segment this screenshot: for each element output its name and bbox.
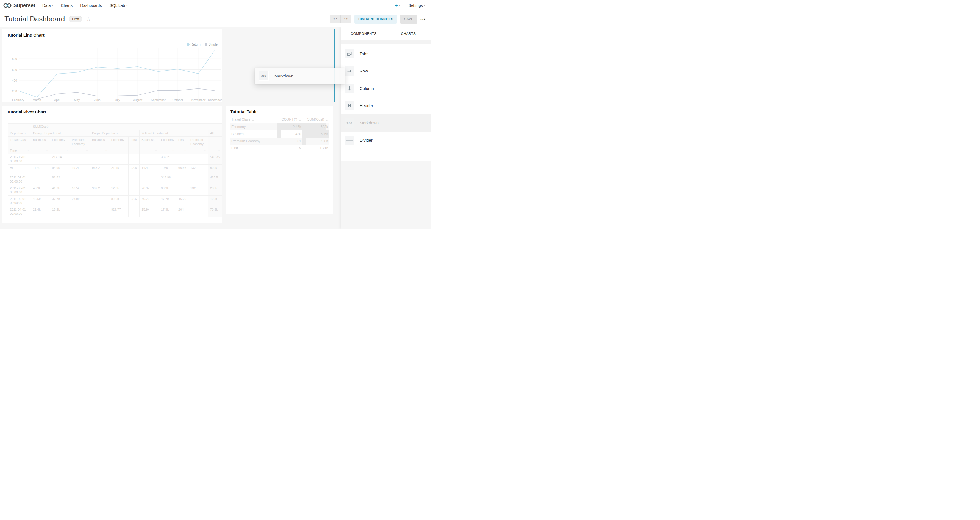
pivot-header-cell[interactable]: ↓↑ <box>177 147 188 154</box>
sort-icon[interactable]: ↓↑ <box>155 149 157 152</box>
component-item-tabs[interactable]: Tabs <box>341 45 431 62</box>
column-header-travel-class[interactable]: Travel Class <box>230 116 277 123</box>
column-header-sum-cost[interactable]: SUM(Cost) <box>302 116 329 123</box>
discard-changes-button[interactable]: DISCARD CHANGES <box>355 15 397 24</box>
pivot-header-cell: Economy <box>159 136 177 147</box>
sort-icon[interactable]: ↓≡ <box>218 149 220 152</box>
pivot-header-cell[interactable]: ↓↑ <box>188 147 208 154</box>
sort-icon[interactable]: ↓↑ <box>172 149 174 152</box>
dragged-component-label: Markdown <box>274 74 293 78</box>
save-button[interactable]: SAVE <box>400 15 417 24</box>
redo-button[interactable]: ↷ <box>340 15 352 23</box>
pivot-header-cell[interactable]: ↓↑ <box>109 147 129 154</box>
sort-icon[interactable]: ↓↑ <box>204 149 206 152</box>
pivot-header-cell[interactable]: ↓↑ <box>140 147 159 154</box>
sort-icon[interactable]: ↓↑ <box>27 149 29 152</box>
favorite-star-icon[interactable]: ☆ <box>86 17 91 22</box>
nav-item-dashboards[interactable]: Dashboards <box>80 3 102 8</box>
dragged-markdown-component[interactable]: </> Markdown <box>255 68 345 84</box>
sort-icon[interactable]: ↓↑ <box>105 149 107 152</box>
table-cell: Economy <box>230 123 277 131</box>
pivot-header-cell: First <box>129 136 140 147</box>
pivot-cell: 669.6 <box>177 165 188 174</box>
more-options-icon[interactable]: ••• <box>420 17 426 21</box>
pivot-cell: 132 <box>188 165 208 174</box>
tab-charts[interactable]: CHARTS <box>386 27 431 40</box>
svg-text:600: 600 <box>12 68 17 71</box>
line-chart-card[interactable]: 200400600800FebruaryMarchAprilMayJuneJul… <box>2 29 222 102</box>
pivot-header-cell[interactable]: ↓↑ <box>129 147 140 154</box>
plus-icon: + <box>395 3 398 8</box>
svg-text:December: December <box>208 98 222 101</box>
pivot-header-cell: Department <box>8 130 31 136</box>
pivot-header-cell[interactable]: ↓↑ <box>90 147 109 154</box>
row-icon <box>345 67 354 76</box>
svg-text:400: 400 <box>12 79 17 82</box>
undo-button[interactable]: ↶ <box>330 15 340 23</box>
pivot-cell: 8.16k <box>109 195 129 206</box>
nav-item-sql-lab[interactable]: SQL Lab▾ <box>109 3 127 8</box>
pivot-cell: 204 <box>177 206 188 217</box>
pivot-cell: 502k <box>208 165 222 174</box>
pivot-cell <box>90 206 109 217</box>
legend-item-return[interactable]: Return <box>187 43 200 46</box>
header-icon: H <box>345 101 354 110</box>
pivot-header-cell[interactable]: ↓↑ <box>50 147 70 154</box>
pivot-cell: 19.2k <box>70 165 90 174</box>
component-item-header[interactable]: H Header <box>341 97 431 114</box>
pivot-cell <box>129 185 140 195</box>
pivot-header-cell[interactable]: Time↓↑ <box>8 147 31 154</box>
pivot-cell: 937.2 <box>90 185 109 195</box>
sort-icon[interactable]: ↓↑ <box>184 149 186 152</box>
sort-icon[interactable]: ↓↑ <box>135 149 137 152</box>
pivot-cell: 132 <box>188 185 208 195</box>
sort-icon[interactable]: ↓↑ <box>46 149 48 152</box>
pivot-cell <box>177 154 188 165</box>
settings-menu[interactable]: Settings ▾ <box>409 3 425 8</box>
pivot-cell <box>90 154 109 165</box>
infinity-logo-icon <box>3 3 11 8</box>
column-header-count[interactable]: COUNT(*) <box>277 116 302 123</box>
pivot-cell <box>109 174 129 185</box>
sort-icon[interactable]: ↓↑ <box>124 149 126 152</box>
pivot-cell: 92.6 <box>129 165 140 174</box>
chart-title: Tutorial Pivot Chart <box>7 109 46 114</box>
legend-item-single[interactable]: Single <box>205 43 218 46</box>
pivot-chart-card[interactable]: Tutorial Pivot Chart SUM(Cost)Department… <box>2 106 222 223</box>
table-cell: 99.8k <box>302 138 329 145</box>
legend-dot-icon <box>187 43 189 46</box>
nav-item-charts[interactable]: Charts <box>61 3 73 8</box>
top-navbar: Superset Data▾ Charts Dashboards SQL Lab… <box>0 0 431 11</box>
markdown-icon: </> <box>345 118 354 128</box>
page-title[interactable]: Tutorial Dashboard <box>5 15 65 23</box>
component-item-row[interactable]: Row <box>341 62 431 79</box>
nav-item-data[interactable]: Data▾ <box>42 3 53 8</box>
table-cell: Business <box>230 130 277 138</box>
svg-text:800: 800 <box>12 57 17 60</box>
sort-icon <box>326 118 328 121</box>
sort-icon[interactable]: ↓↑ <box>65 149 68 152</box>
pivot-header-cell[interactable]: ↓≡ <box>208 147 222 154</box>
pivot-cell: 39.9k <box>159 185 177 195</box>
table-cell: 602k <box>302 123 329 131</box>
component-item-divider[interactable]: Divider <box>341 132 431 149</box>
svg-text:September: September <box>151 98 165 101</box>
pivot-cell: 343.98 <box>159 174 177 185</box>
pivot-cell <box>188 154 208 165</box>
component-item-markdown[interactable]: </> Markdown <box>341 114 431 132</box>
table-chart-card[interactable]: Tutorial Table Travel Class COUNT(*) SUM… <box>226 106 333 214</box>
pivot-header-cell[interactable]: ↓↑ <box>31 147 50 154</box>
nav-right: + ▾ Settings ▾ <box>395 3 425 8</box>
sort-icon[interactable]: ↓↑ <box>86 149 88 152</box>
pivot-header-cell[interactable]: ↓↑ <box>159 147 177 154</box>
svg-text:October: October <box>172 98 183 101</box>
pivot-cell: 17.3k <box>159 206 177 217</box>
new-item-button[interactable]: + ▾ <box>395 3 400 8</box>
column-icon <box>345 84 354 93</box>
tab-components[interactable]: COMPONENTS <box>341 27 386 40</box>
pivot-header-cell[interactable]: ↓↑ <box>70 147 90 154</box>
pivot-header-cell: All <box>208 130 222 136</box>
superset-logo[interactable]: Superset <box>3 3 35 8</box>
component-item-column[interactable]: Column <box>341 79 431 97</box>
sort-icon <box>299 118 301 121</box>
